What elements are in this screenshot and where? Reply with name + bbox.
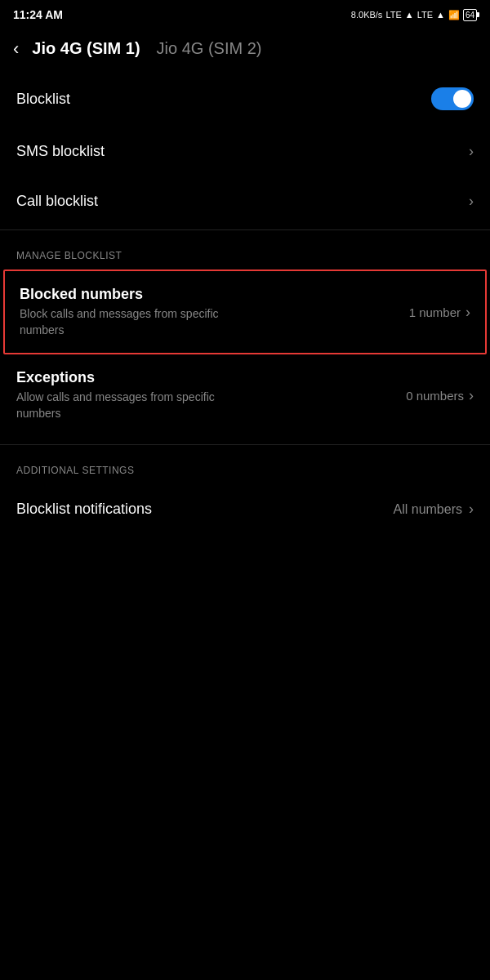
status-time: 11:24 AM [13,8,63,21]
call-blocklist-chevron: › [469,193,474,210]
battery-icon: 64 [463,9,477,21]
signal-1-icon: ▲ [405,10,414,20]
toggle-knob [453,90,471,108]
blocked-numbers-title: Blocked numbers [20,286,409,303]
signal-2-icon: ▲ [436,10,445,20]
lte-icon: LTE [385,10,401,20]
additional-section-header: ADDITIONAL SETTINGS [0,448,490,484]
divider-1 [0,229,490,230]
exceptions-chevron: › [469,387,474,404]
blocklist-notifications-chevron: › [469,501,474,518]
blocked-numbers-subtitle: Block calls and messages from specific n… [20,306,248,338]
manage-section-header: MANAGE BLOCKLIST [0,234,490,270]
sms-blocklist-right: › [469,143,474,160]
blocked-numbers-left: Blocked numbers Block calls and messages… [20,286,409,338]
blocked-numbers-count: 1 number [409,305,461,319]
exceptions-title: Exceptions [16,369,406,386]
page-header: ‹ Jio 4G (SIM 1) Jio 4G (SIM 2) [0,29,490,71]
sim1-tab[interactable]: Jio 4G (SIM 1) [32,39,140,58]
status-bar: 11:24 AM 8.0KB/s LTE ▲ LTE ▲ 📶 64 [0,0,490,29]
lte2-icon: LTE [417,10,433,20]
call-blocklist-label: Call blocklist [16,193,98,210]
wifi-icon: 📶 [448,10,460,20]
sim2-tab[interactable]: Jio 4G (SIM 2) [157,39,262,58]
blocklist-notifications-right: All numbers › [394,501,474,518]
back-button[interactable]: ‹ [13,40,19,58]
exceptions-count-area: 0 numbers › [406,387,474,404]
blocklist-label: Blocklist [16,91,70,108]
exceptions-count: 0 numbers [406,389,464,403]
exceptions-row[interactable]: Exceptions Allow calls and messages from… [0,354,490,436]
data-speed: 8.0KB/s [351,10,383,20]
blocked-numbers-chevron: › [466,304,470,321]
exceptions-left: Exceptions Allow calls and messages from… [16,369,406,421]
sms-blocklist-label: SMS blocklist [16,143,105,160]
sms-blocklist-chevron: › [469,143,474,160]
blocklist-notifications-label: Blocklist notifications [16,501,152,518]
blocked-numbers-inner: Blocked numbers Block calls and messages… [5,271,485,353]
blocked-numbers-row[interactable]: Blocked numbers Block calls and messages… [3,270,487,354]
blocklist-toggle[interactable] [431,87,474,110]
call-blocklist-row[interactable]: Call blocklist › [0,176,490,226]
sim-tabs: Jio 4G (SIM 1) Jio 4G (SIM 2) [32,39,477,58]
blocklist-notifications-value: All numbers [394,502,462,517]
sms-blocklist-row[interactable]: SMS blocklist › [0,127,490,176]
exceptions-subtitle: Allow calls and messages from specific n… [16,390,245,421]
blocklist-notifications-row[interactable]: Blocklist notifications All numbers › [0,484,490,534]
call-blocklist-right: › [469,193,474,210]
status-icons: 8.0KB/s LTE ▲ LTE ▲ 📶 64 [351,9,477,21]
blocked-numbers-count-area: 1 number › [409,304,470,321]
blocklist-row[interactable]: Blocklist [0,71,490,127]
divider-2 [0,444,490,445]
